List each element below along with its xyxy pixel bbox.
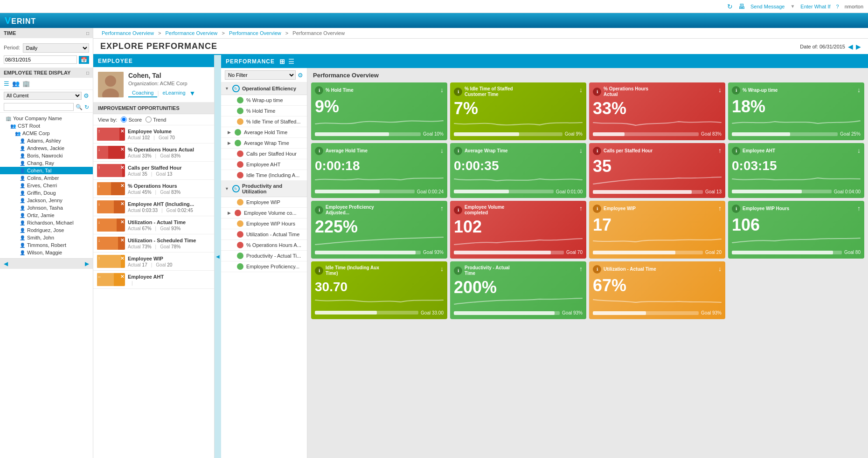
perf-menu-item[interactable]: % Wrap-up time <box>221 95 307 106</box>
perf-menu-item[interactable]: Idle Time (Including A... <box>221 170 307 181</box>
tree-item[interactable]: 👤Smith, John <box>0 234 93 241</box>
kpi-card[interactable]: ℹ Calls per Staffed Hour ↑ 35 Goal 13 <box>589 143 725 198</box>
calendar-button[interactable]: 📅 <box>79 56 89 64</box>
send-message-button[interactable]: Send Message <box>750 4 785 9</box>
tree-search-input[interactable] <box>4 103 74 111</box>
tree-items: 🏢Your Company Name👥CST Root👥ACME Corp👤Ad… <box>0 113 93 258</box>
breadcrumb-item-2[interactable]: Performance Overview <box>165 30 217 36</box>
employee-expand-icon[interactable]: ▼ <box>189 89 196 97</box>
tree-org-icon[interactable]: 🏢 <box>22 80 30 87</box>
perf-menu-item[interactable]: Productivity - Actual Ti... <box>221 251 307 261</box>
perf-group-header[interactable]: ▼ ↻ Productivity and Utilization <box>221 181 307 197</box>
tree-filter-icon[interactable]: ⚙ <box>83 92 89 99</box>
elearning-tab[interactable]: eLearning <box>159 89 189 97</box>
metric-item[interactable]: ↓ ✕ Employee AHT (Including... Actual 0:… <box>93 198 214 216</box>
refresh-icon[interactable]: ↻ <box>727 3 733 10</box>
grid-view-icon[interactable]: ⊞ <box>279 58 285 65</box>
trend-radio-label[interactable]: Trend <box>146 116 166 123</box>
tree-item[interactable]: 🏢Your Company Name <box>0 115 93 122</box>
score-radio-label[interactable]: Score <box>121 116 142 123</box>
tree-collapse-icon[interactable]: □ <box>86 70 89 75</box>
enter-what-if-button[interactable]: Enter What If <box>800 4 830 9</box>
breadcrumb-item-3[interactable]: Performance Overview <box>229 30 281 36</box>
tree-prev-button[interactable]: ◀ <box>4 260 8 267</box>
tree-item[interactable]: 👤Jackson, Jenny <box>0 197 93 204</box>
tree-item[interactable]: 👤Richardson, Michael <box>0 219 93 226</box>
kpi-card[interactable]: ℹ % Operations Hours Actual ↓ 33% Goal 8… <box>589 82 725 140</box>
perf-filter-icon[interactable]: ⚙ <box>298 72 303 79</box>
help-button[interactable]: ? <box>836 4 839 9</box>
kpi-card[interactable]: ℹ Employee Volume completed ↑ 102 Goal 7… <box>450 201 586 259</box>
tree-item[interactable]: 👤Colins, Amber <box>0 174 93 182</box>
list-view-icon[interactable]: ☰ <box>288 58 295 65</box>
perf-menu-item[interactable]: Employee WIP <box>221 197 307 208</box>
tree-item[interactable]: 👤Timmons, Robert <box>0 241 93 249</box>
kpi-card[interactable]: ℹ Idle Time (Including Aux Time) ↓ 30.70… <box>311 261 447 319</box>
period-select[interactable]: Daily Weekly Monthly <box>23 43 89 53</box>
panel-collapse-handle[interactable]: ◀ <box>215 55 221 458</box>
kpi-card[interactable]: ℹ Employee WIP Hours ↑ 106 Goal 80 <box>728 201 864 259</box>
perf-menu-item[interactable]: % Operations Hours A... <box>221 240 307 251</box>
tree-users-icon[interactable]: 👥 <box>12 80 20 87</box>
kpi-card[interactable]: ℹ Employee AHT ↓ 0:03:15 Goal 0:04:00 <box>728 143 864 198</box>
trend-radio[interactable] <box>146 116 152 123</box>
kpi-card[interactable]: ℹ Employee Proficiency Adjusted... ↑ 225… <box>311 201 447 259</box>
tree-item[interactable]: 👤Ortiz, Jamie <box>0 212 93 219</box>
tree-item[interactable]: 👤Andrews, Jackie <box>0 144 93 152</box>
time-collapse-icon[interactable]: □ <box>86 31 89 36</box>
perf-menu-item[interactable]: Employee Proficiency... <box>221 261 307 272</box>
tree-item[interactable]: 👤Boris, Nawrocki <box>0 152 93 159</box>
print-icon[interactable]: 🖶 <box>738 3 745 10</box>
perf-menu-item[interactable]: Utilization - Actual Time <box>221 229 307 240</box>
tree-item[interactable]: 👤Wilson, Maggie <box>0 249 93 256</box>
perf-group-header[interactable]: ▼ ↻ Operational Efficiency <box>221 82 307 95</box>
perf-menu-item[interactable]: ▶ Average Hold Time <box>221 127 307 138</box>
metric-item[interactable]: ↑ ✕ Employee Volume Actual 102 | Goal 70 <box>93 125 214 144</box>
kpi-card[interactable]: ℹ Employee WIP ↑ 17 Goal 20 <box>589 201 725 259</box>
date-input[interactable]: 08/31/2015 <box>4 55 77 64</box>
perf-menu-item[interactable]: % Hold Time <box>221 106 307 116</box>
kpi-card[interactable]: ℹ % Hold Time ↓ 9% Goal 10% <box>311 82 447 140</box>
perf-menu-item[interactable]: ▶ Average Wrap Time <box>221 138 307 149</box>
kpi-card[interactable]: ℹ Average Hold Time ↓ 0:00:18 Goal 0:00:… <box>311 143 447 198</box>
breadcrumb-item-1[interactable]: Performance Overview <box>102 30 154 36</box>
kpi-card[interactable]: ℹ % Wrap-up time ↓ 18% Goal 25% <box>728 82 864 140</box>
metric-item[interactable]: – ✕ Employee AHT | <box>93 271 214 289</box>
metric-item[interactable]: ↑ ✕ Employee WIP Actual 17 | Goal 20 <box>93 253 214 271</box>
metric-item[interactable]: ↓ ✕ Utilization - Actual Time Actual 67%… <box>93 216 214 234</box>
tree-item[interactable]: 👤Johnson, Tasha <box>0 204 93 212</box>
metric-item[interactable]: ↓ ✕ % Operations Hours Actual 45% | Goal… <box>93 180 214 198</box>
coaching-tab[interactable]: Coaching <box>128 89 157 97</box>
tree-refresh-icon[interactable]: ↻ <box>84 104 89 110</box>
kpi-card[interactable]: ℹ Average Wrap Time ↓ 0:00:35 Goal 0:01:… <box>450 143 586 198</box>
perf-filter-select[interactable]: No Filter <box>225 70 296 80</box>
metric-item[interactable]: ↓ ✕ % Operations Hours Actual Actual 33%… <box>93 144 214 162</box>
perf-menu-item[interactable]: Employee AHT <box>221 159 307 170</box>
tree-search-icon[interactable]: 🔍 <box>76 104 83 110</box>
tree-item[interactable]: 👤Adams, Ashley <box>0 137 93 144</box>
tree-item[interactable]: 👤Griffin, Doug <box>0 189 93 197</box>
metric-item[interactable]: ↓ ✕ Utilization - Scheduled Time Actual … <box>93 234 214 253</box>
kpi-card[interactable]: ℹ Utilization - Actual Time ↓ 67% Goal 9… <box>589 261 725 319</box>
score-radio[interactable] <box>121 116 127 123</box>
tree-item[interactable]: 👤Erves, Cherri <box>0 182 93 189</box>
tree-item[interactable]: 👥CST Root <box>0 122 93 130</box>
tree-item[interactable]: 👤Rodriguez, Jose <box>0 226 93 234</box>
tree-item[interactable]: 👤Chang, Ray <box>0 159 93 167</box>
perf-menu-item[interactable]: Employee WIP Hours <box>221 219 307 229</box>
date-back-button[interactable]: ◀ <box>848 43 853 50</box>
tree-list-icon[interactable]: ☰ <box>4 80 9 87</box>
tree-next-button[interactable]: ▶ <box>85 260 89 267</box>
employee-name: Cohen, Tal <box>128 72 195 79</box>
perf-menu-item[interactable]: Calls per Staffed Hour <box>221 149 307 159</box>
kpi-card[interactable]: ℹ % Idle Time of Staffed Customer Time ↓… <box>450 82 586 140</box>
date-forward-button[interactable]: ▶ <box>856 43 861 50</box>
metric-item[interactable]: ↑ ✕ Calls per Staffed Hour Actual 35 | G… <box>93 162 214 180</box>
tree-filter-select[interactable]: All Current <box>4 92 82 100</box>
tree-item[interactable]: 👤Cohen, Tal <box>0 167 93 174</box>
tree-item[interactable]: 👥ACME Corp <box>0 130 93 137</box>
kpi-card[interactable]: ℹ Productivity - Actual Time ↑ 200% Goal… <box>450 261 586 319</box>
perf-menu-item[interactable]: % Idle Time of Staffed... <box>221 116 307 127</box>
metric-list: ↑ ✕ Employee Volume Actual 102 | Goal 70… <box>93 125 214 458</box>
perf-menu-item[interactable]: ▶ Employee Volume co... <box>221 208 307 219</box>
